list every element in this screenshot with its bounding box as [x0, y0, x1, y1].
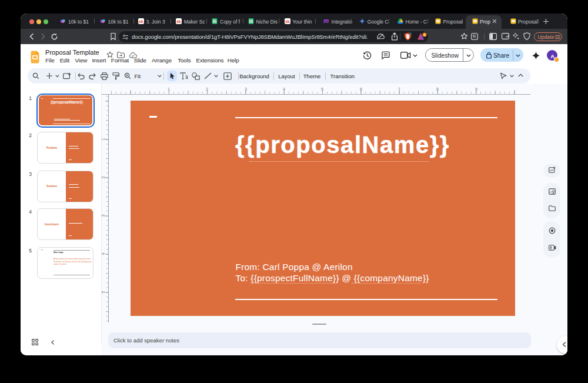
svg-text:k: k	[141, 19, 143, 24]
svg-text:k: k	[179, 19, 181, 24]
svg-text:m: m	[323, 18, 329, 24]
svg-text:k: k	[287, 19, 289, 24]
